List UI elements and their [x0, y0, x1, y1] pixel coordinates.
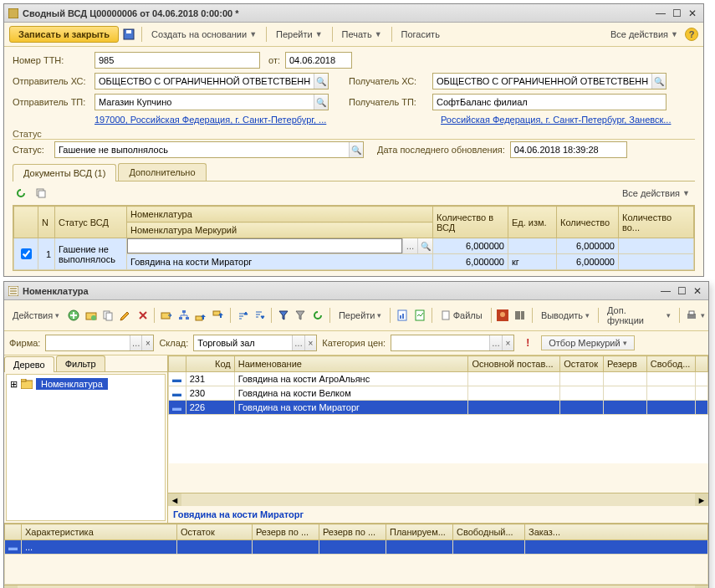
- receiver-tp-field[interactable]: [432, 94, 666, 110]
- copy-icon[interactable]: [33, 185, 49, 202]
- form-body: Номер ТТН: от: Отправитель ХС: 🔍 Получат…: [4, 47, 703, 276]
- cell-status: Гашение не выполнялось: [55, 238, 127, 270]
- print-button[interactable]: Печать▼: [337, 27, 387, 42]
- receiver-xc-field[interactable]: 🔍: [432, 73, 666, 89]
- window-vsd: Сводный ВСД Ц00000006 от 04.06.2018 0:00…: [3, 3, 704, 277]
- create-based-button[interactable]: Создать на основании▼: [146, 27, 262, 42]
- ellipsis-icon[interactable]: …: [402, 238, 417, 253]
- col-qty-ret[interactable]: Количество во...: [619, 207, 694, 238]
- window-title: Сводный ВСД Ц00000006 от 04.06.2018 0:00…: [23, 8, 652, 18]
- col-n[interactable]: N: [38, 207, 55, 238]
- app-icon: [8, 8, 19, 19]
- ot-field[interactable]: [285, 52, 352, 69]
- cell-nomen-input[interactable]: [128, 238, 401, 253]
- sender-tp-field[interactable]: 🔍: [94, 94, 329, 110]
- save-close-button[interactable]: Записать и закрыть: [9, 26, 119, 43]
- sender-xc-field[interactable]: 🔍: [94, 73, 329, 89]
- grid-all-actions[interactable]: Все действия▼: [617, 186, 695, 201]
- update-input[interactable]: [511, 142, 626, 157]
- cell-unit: кг: [508, 254, 557, 270]
- sender-xc-label: Отправитель ХС:: [13, 76, 89, 86]
- sender-xc-input[interactable]: [95, 74, 314, 89]
- help-icon[interactable]: ?: [685, 28, 698, 41]
- all-actions-button[interactable]: Все действия▼: [605, 27, 683, 42]
- update-label: Дата последнего обновления:: [377, 145, 505, 155]
- lookup-icon[interactable]: 🔍: [651, 74, 666, 89]
- col-qty-vsd[interactable]: Количество в ВСД: [433, 207, 508, 238]
- svg-rect-2: [126, 30, 131, 33]
- close-button[interactable]: ✕: [685, 7, 700, 20]
- lookup-icon[interactable]: 🔍: [314, 95, 328, 110]
- cell-qty: 6,000000: [557, 238, 619, 254]
- cell-qty-vsd2: 6,000000: [433, 254, 508, 270]
- ttn-field[interactable]: [94, 52, 260, 69]
- toolbar: Записать и закрыть Создать на основании▼…: [4, 23, 703, 47]
- status-field[interactable]: 🔍: [54, 141, 364, 158]
- receiver-tp-input[interactable]: [433, 95, 666, 110]
- lookup-icon[interactable]: 🔍: [314, 74, 328, 89]
- refresh-icon[interactable]: [13, 185, 29, 202]
- receiver-xc-input[interactable]: [433, 74, 651, 89]
- receiver-address-link[interactable]: Российская Федерация, г. Санкт-Петербург…: [441, 115, 683, 125]
- cell-qty2: 6,000000: [557, 254, 619, 270]
- update-field[interactable]: [510, 141, 627, 158]
- receiver-tp-label: Получатель ТП:: [349, 97, 427, 107]
- grid-toolbar: Все действия▼: [13, 182, 695, 205]
- svg-rect-4: [38, 191, 45, 197]
- cell-n: 1: [38, 238, 55, 270]
- ttn-label: Номер ТТН:: [13, 55, 89, 65]
- cell-nomen-mercury: Говядина на кости Мираторг: [127, 254, 433, 270]
- status-input[interactable]: [55, 142, 349, 157]
- receiver-xc-label: Получатель ХС:: [349, 76, 427, 86]
- minimize-button[interactable]: —: [653, 7, 668, 20]
- lookup-icon[interactable]: 🔍: [349, 142, 363, 157]
- tab-additional[interactable]: Дополнительно: [118, 163, 206, 181]
- ot-label: от:: [268, 55, 280, 65]
- pay-button[interactable]: Погасить: [396, 27, 445, 42]
- vsd-grid[interactable]: N Статус ВСД Номенклатура Количество в В…: [13, 205, 695, 271]
- sender-tp-label: Отправитель ТП:: [13, 97, 89, 107]
- col-qty[interactable]: Количество: [557, 207, 619, 238]
- tabs: Документы ВСД (1) Дополнительно: [13, 163, 695, 182]
- status-label: Статус:: [13, 145, 49, 155]
- ot-input[interactable]: [286, 53, 351, 68]
- col-status[interactable]: Статус ВСД: [55, 207, 127, 238]
- titlebar: Сводный ВСД Ц00000006 от 04.06.2018 0:00…: [4, 4, 703, 23]
- maximize-button[interactable]: ☐: [669, 7, 684, 20]
- col-nomen-mercury[interactable]: Номенклатура Меркурий: [127, 222, 433, 238]
- ttn-input[interactable]: [95, 53, 259, 68]
- col-unit[interactable]: Ед. изм.: [508, 207, 557, 238]
- save-icon[interactable]: [120, 26, 137, 43]
- svg-rect-0: [8, 8, 18, 18]
- status-section-title: Статус: [13, 129, 695, 140]
- lookup-icon[interactable]: 🔍: [417, 238, 432, 253]
- tab-docs[interactable]: Документы ВСД (1): [13, 164, 116, 182]
- cell-qty-vsd: 6,000000: [433, 238, 508, 254]
- goto-button[interactable]: Перейти▼: [271, 27, 328, 42]
- table-row[interactable]: 1 Гашение не выполнялось …🔍 6,000000 6,0…: [14, 238, 694, 254]
- row-checkbox[interactable]: [21, 248, 32, 259]
- sender-tp-input[interactable]: [95, 95, 314, 110]
- col-nomen[interactable]: Номенклатура: [127, 207, 433, 222]
- sender-address-link[interactable]: 197000, Российская Федерация, г. Санкт-П…: [94, 115, 337, 125]
